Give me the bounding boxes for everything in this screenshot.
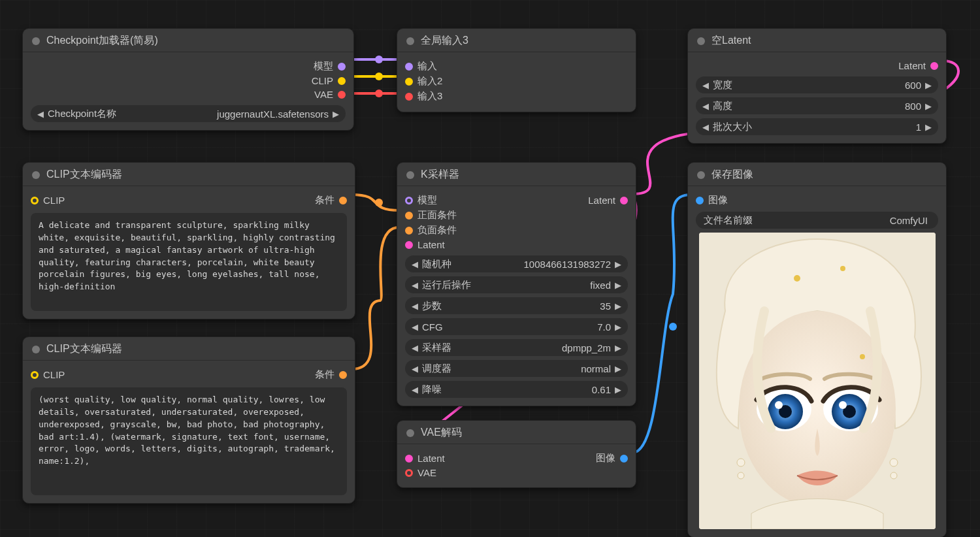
svg-point-2 (375, 90, 383, 97)
node-checkpoint-loader[interactable]: Checkpoint加载器(简易) 模型 CLIP VAE ◀ Checkpoi… (22, 28, 354, 131)
ksampler-widget-5[interactable]: ◀调度器normal▶ (405, 360, 628, 377)
ksampler-widget-1[interactable]: ◀运行后操作fixed▶ (405, 276, 628, 293)
svg-point-16 (738, 472, 744, 479)
ksampler-widget-6[interactable]: ◀降噪0.61▶ (405, 381, 628, 398)
output-port-model[interactable] (338, 63, 346, 71)
input-port-clip[interactable] (31, 197, 39, 204)
output-port-latent[interactable] (930, 62, 938, 70)
node-header[interactable]: 保存图像 (688, 163, 946, 186)
collapse-dot-icon[interactable] (406, 37, 414, 45)
arrow-right-icon[interactable]: ▶ (615, 301, 621, 311)
arrow-left-icon[interactable]: ◀ (702, 122, 709, 132)
node-header[interactable]: Checkpoint加载器(简易) (23, 29, 353, 52)
checkpoint-name-widget[interactable]: ◀ Checkpoint名称 juggernautXL.safetensors … (31, 105, 346, 122)
ksampler-widget-3[interactable]: ◀CFG7.0▶ (405, 318, 628, 335)
arrow-left-icon[interactable]: ◀ (412, 322, 418, 332)
node-clip-text-encode-positive[interactable]: CLIP文本编码器 CLIP 条件 A delicate and transpa… (22, 162, 355, 319)
svg-point-18 (890, 472, 897, 479)
height-widget[interactable]: ◀ 高度 800 ▶ (696, 97, 938, 114)
node-title: 保存图像 (711, 168, 753, 182)
node-title: VAE解码 (421, 426, 462, 440)
collapse-dot-icon[interactable] (406, 429, 414, 437)
node-title: 全局输入3 (421, 34, 468, 48)
ksampler-widget-0[interactable]: ◀随机种1008466131983272▶ (405, 255, 628, 272)
arrow-right-icon[interactable]: ▶ (615, 280, 621, 290)
node-ksampler[interactable]: K采样器 模型 Latent 正面条件 负面条件 Latent ◀随机种1008… (397, 162, 636, 406)
arrow-right-icon[interactable]: ▶ (925, 101, 932, 111)
width-widget[interactable]: ◀ 宽度 600 ▶ (696, 76, 938, 93)
input-port-1[interactable] (405, 63, 413, 71)
svg-point-14 (839, 401, 847, 409)
output-port-image[interactable] (620, 455, 628, 463)
svg-point-17 (890, 459, 898, 466)
arrow-left-icon[interactable]: ◀ (412, 364, 418, 374)
svg-point-4 (669, 323, 677, 331)
input-port-clip[interactable] (31, 371, 39, 379)
node-empty-latent[interactable]: 空Latent Latent ◀ 宽度 600 ▶ ◀ 高度 800 ▶ ◀ 批… (687, 28, 947, 144)
input-port-negative[interactable] (405, 227, 413, 235)
node-header[interactable]: CLIP文本编码器 (23, 337, 355, 361)
collapse-dot-icon[interactable] (32, 171, 40, 179)
neg-prompt-textbox[interactable]: (worst quality, low quality, normal qual… (31, 387, 347, 495)
node-header[interactable]: VAE解码 (397, 421, 636, 444)
arrow-left-icon[interactable]: ◀ (412, 280, 418, 290)
input-port-2[interactable] (405, 78, 413, 86)
arrow-right-icon[interactable]: ▶ (925, 122, 932, 132)
node-title: Checkpoint加载器(简易) (46, 34, 158, 48)
node-vae-decode[interactable]: VAE解码 Latent 图像 VAE (397, 420, 636, 488)
node-header[interactable]: 空Latent (688, 29, 946, 52)
arrow-left-icon[interactable]: ◀ (412, 259, 418, 269)
node-header[interactable]: 全局输入3 (397, 29, 636, 52)
node-save-image[interactable]: 保存图像 图像 文件名前缀 ComfyUI (687, 162, 947, 537)
arrow-left-icon[interactable]: ◀ (702, 101, 709, 111)
arrow-left-icon[interactable]: ◀ (37, 109, 44, 119)
node-global-input[interactable]: 全局输入3 输入 输入2 输入3 (397, 28, 636, 112)
input-port-latent[interactable] (405, 455, 413, 463)
arrow-right-icon[interactable]: ▶ (615, 385, 621, 395)
input-port-positive[interactable] (405, 212, 413, 220)
collapse-dot-icon[interactable] (697, 37, 705, 45)
node-title: 空Latent (711, 34, 751, 48)
svg-point-19 (794, 275, 800, 282)
arrow-right-icon[interactable]: ▶ (615, 364, 621, 374)
node-title: K采样器 (421, 168, 459, 182)
collapse-dot-icon[interactable] (32, 37, 40, 45)
node-header[interactable]: CLIP文本编码器 (23, 163, 355, 186)
ksampler-widget-4[interactable]: ◀采样器dpmpp_2m▶ (405, 339, 628, 356)
node-header[interactable]: K采样器 (397, 163, 636, 186)
arrow-right-icon[interactable]: ▶ (333, 109, 339, 119)
output-image-preview[interactable] (699, 233, 936, 529)
input-port-latent[interactable] (405, 241, 413, 249)
output-port-latent[interactable] (620, 197, 628, 204)
svg-point-1 (375, 73, 383, 80)
arrow-right-icon[interactable]: ▶ (615, 322, 621, 332)
collapse-dot-icon[interactable] (32, 346, 40, 353)
ksampler-widget-2[interactable]: ◀步数35▶ (405, 297, 628, 314)
svg-point-20 (840, 266, 845, 271)
arrow-left-icon[interactable]: ◀ (702, 80, 709, 90)
node-title: CLIP文本编码器 (46, 342, 122, 356)
arrow-right-icon[interactable]: ▶ (615, 343, 621, 353)
input-port-model[interactable] (405, 197, 413, 204)
node-title: CLIP文本编码器 (46, 168, 122, 182)
output-port-vae[interactable] (338, 91, 346, 99)
batch-size-widget[interactable]: ◀ 批次大小 1 ▶ (696, 118, 938, 135)
input-port-image[interactable] (696, 197, 704, 204)
arrow-left-icon[interactable]: ◀ (412, 301, 418, 311)
collapse-dot-icon[interactable] (406, 171, 414, 179)
collapse-dot-icon[interactable] (697, 171, 705, 179)
arrow-right-icon[interactable]: ▶ (615, 259, 621, 269)
input-port-3[interactable] (405, 93, 413, 101)
output-port-conditioning[interactable] (339, 197, 347, 204)
filename-prefix-widget[interactable]: 文件名前缀 ComfyUI (696, 212, 938, 229)
input-port-vae[interactable] (405, 469, 413, 477)
arrow-left-icon[interactable]: ◀ (412, 343, 418, 353)
svg-point-21 (860, 354, 865, 359)
arrow-left-icon[interactable]: ◀ (412, 385, 418, 395)
prompt-textbox[interactable]: A delicate and transparent sculpture, sp… (31, 213, 347, 311)
output-port-conditioning[interactable] (339, 371, 347, 379)
svg-point-13 (775, 401, 783, 409)
output-port-clip[interactable] (338, 77, 346, 85)
arrow-right-icon[interactable]: ▶ (925, 80, 932, 90)
node-clip-text-encode-negative[interactable]: CLIP文本编码器 CLIP 条件 (worst quality, low qu… (22, 336, 355, 504)
